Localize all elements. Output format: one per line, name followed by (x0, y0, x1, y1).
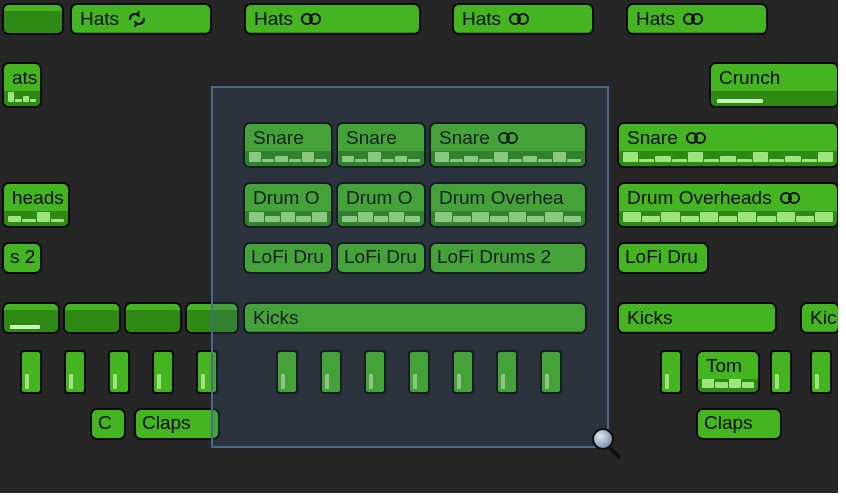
region-kicks-fragment[interactable] (63, 302, 121, 334)
loop-icon (125, 11, 149, 27)
region-drum-overheads[interactable]: Drum O (243, 182, 333, 228)
loop-icon (778, 190, 802, 206)
page-edge (838, 0, 846, 503)
region-label: Claps (704, 413, 753, 434)
region-kicks-fragment[interactable] (185, 302, 239, 334)
loop-icon (507, 11, 531, 27)
region-lofi-cut[interactable]: s 2 (2, 242, 42, 274)
region-drum-overheads[interactable]: Drum Overhea (429, 182, 587, 228)
region-label: Kicks (627, 308, 672, 329)
region-kicks-fragment[interactable] (124, 302, 182, 334)
region-hit[interactable] (660, 350, 682, 394)
region-kicks[interactable]: Kicks (243, 302, 587, 334)
region-drum-overheads[interactable]: Drum O (336, 182, 426, 228)
region-hit[interactable] (320, 350, 342, 394)
region-snare[interactable]: Snare (243, 122, 333, 168)
region-hit[interactable] (196, 350, 218, 394)
region-tom[interactable]: Tom (696, 350, 760, 394)
region-hats[interactable]: Hats (244, 3, 421, 35)
region-hats[interactable]: Hats (70, 3, 212, 35)
region-lofi-drums[interactable]: LoFi Dru (243, 242, 333, 274)
region-label: Drum O (253, 188, 320, 209)
region-label: Hats (462, 9, 501, 30)
region-label: Tom (706, 356, 742, 377)
region-hats[interactable]: Hats (452, 3, 594, 35)
region-snare[interactable]: Snare (617, 122, 839, 168)
region-hit[interactable] (276, 350, 298, 394)
loop-icon (496, 130, 520, 146)
page-edge (0, 493, 846, 503)
region-hit[interactable] (540, 350, 562, 394)
region-hit[interactable] (810, 350, 832, 394)
region-claps-short[interactable]: C (90, 408, 126, 440)
region-label: Snare (439, 128, 490, 149)
region-label: Claps (142, 413, 191, 434)
region-label: Snare (253, 128, 304, 149)
region-label: C (98, 413, 112, 434)
region-label: Drum Overheads (627, 188, 772, 209)
loop-icon (684, 130, 708, 146)
region-lofi-drums[interactable]: LoFi Dru (336, 242, 426, 274)
region-hit[interactable] (364, 350, 386, 394)
region-label: Hats (254, 9, 293, 30)
arrange-canvas[interactable]: Hats Hats Hats Hats (0, 0, 846, 503)
region-hit[interactable] (496, 350, 518, 394)
region-snare[interactable]: Snare (429, 122, 587, 168)
region-hit[interactable] (408, 350, 430, 394)
region-label: LoFi Dru (344, 247, 417, 268)
region-label: Crunch (719, 68, 780, 89)
region-hats[interactable]: Hats (626, 3, 768, 35)
region-drum-overheads[interactable]: Drum Overheads (617, 182, 839, 228)
region-label: LoFi Dru (625, 247, 698, 268)
region-lofi-drums[interactable]: LoFi Drums 2 (429, 242, 587, 274)
region-label: Kicks (253, 308, 298, 329)
region-label: Snare (346, 128, 397, 149)
loop-icon (681, 11, 705, 27)
region-label: heads (12, 188, 64, 209)
region-label: Drum O (346, 188, 413, 209)
region-label: LoFi Drums 2 (437, 247, 551, 268)
region-hit[interactable] (152, 350, 174, 394)
region-hit[interactable] (108, 350, 130, 394)
region-label: Hats (636, 9, 675, 30)
region-label: Hats (80, 9, 119, 30)
region-kicks-fragment[interactable] (2, 302, 60, 334)
region-hit[interactable] (452, 350, 474, 394)
zoom-cursor-icon (590, 426, 624, 460)
region-snare[interactable]: Snare (336, 122, 426, 168)
region-hats-cut[interactable]: ats (2, 62, 42, 108)
region-hit[interactable] (770, 350, 792, 394)
region-label: s 2 (10, 247, 35, 268)
region-crunch[interactable]: Crunch (709, 62, 839, 108)
region-label: ats (12, 68, 37, 89)
region-overheads-cut[interactable]: heads (2, 182, 70, 228)
region-claps[interactable]: Claps (696, 408, 782, 440)
region-hit[interactable] (64, 350, 86, 394)
region-claps[interactable]: Claps (134, 408, 220, 440)
region-label: Kick (810, 308, 838, 329)
region-label: Drum Overhea (439, 188, 564, 209)
region-label: LoFi Dru (251, 247, 324, 268)
region-hit[interactable] (20, 350, 42, 394)
region-lofi-drums[interactable]: LoFi Dru (617, 242, 709, 274)
region-label: Snare (627, 128, 678, 149)
region-kicks[interactable]: Kicks (617, 302, 777, 334)
region-kick[interactable]: Kick (800, 302, 840, 334)
region-hats-fragment[interactable] (2, 3, 64, 35)
loop-icon (299, 11, 323, 27)
